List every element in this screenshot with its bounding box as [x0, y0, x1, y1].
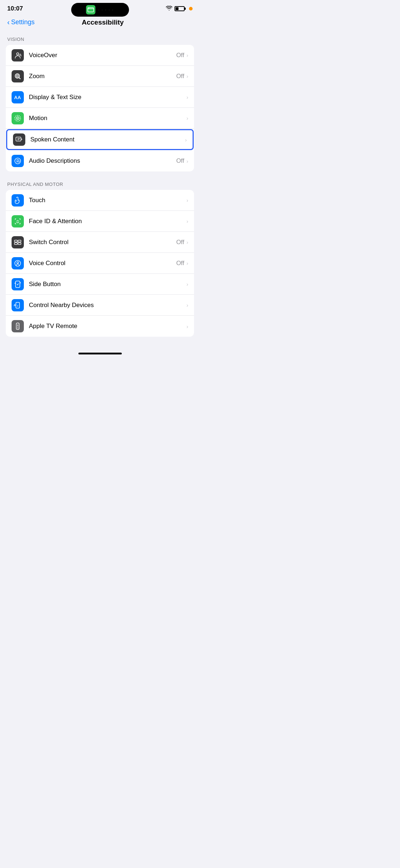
- control-nearby-icon: [12, 299, 24, 311]
- status-bar: 10:07 · · · · ·: [0, 0, 200, 15]
- vision-section: VISION VoiceOver Off ›: [0, 37, 200, 171]
- face-id-row[interactable]: Face ID & Attention ›: [6, 211, 194, 232]
- side-button-icon: [12, 278, 24, 290]
- svg-rect-15: [14, 240, 17, 242]
- page-title: Accessibility: [35, 18, 171, 26]
- display-icon: AA: [12, 91, 24, 103]
- battery-icon: [175, 6, 185, 11]
- audio-descriptions-label: Audio Descriptions: [29, 157, 176, 165]
- zoom-chevron: ›: [186, 73, 188, 79]
- svg-point-9: [17, 118, 18, 119]
- zoom-label: Zoom: [29, 73, 176, 80]
- switch-control-row[interactable]: Switch Control Off ›: [6, 232, 194, 253]
- di-dots: · · · · ·: [98, 8, 114, 12]
- voiceover-icon: [12, 49, 24, 61]
- switch-control-icon: [12, 236, 24, 248]
- svg-point-23: [17, 305, 18, 306]
- audio-descriptions-row[interactable]: AD Audio Descriptions Off ›: [6, 150, 194, 171]
- physical-motor-settings-group: Touch › Face ID & Attention ›: [6, 190, 194, 337]
- status-time: 10:07: [7, 5, 23, 12]
- touch-chevron: ›: [186, 197, 188, 203]
- apple-tv-remote-label: Apple TV Remote: [29, 323, 186, 330]
- wifi-icon: [166, 6, 172, 12]
- svg-text:AA: AA: [14, 95, 21, 100]
- svg-rect-18: [18, 243, 21, 244]
- motion-row[interactable]: Motion ›: [6, 108, 194, 129]
- touch-icon: [12, 194, 24, 207]
- control-nearby-row[interactable]: Control Nearby Devices ›: [6, 295, 194, 316]
- apple-tv-remote-chevron: ›: [186, 323, 188, 329]
- voice-control-row[interactable]: Voice Control Off ›: [6, 253, 194, 274]
- face-id-label: Face ID & Attention: [29, 218, 186, 225]
- touch-label: Touch: [29, 197, 186, 204]
- side-button-row[interactable]: Side Button ›: [6, 274, 194, 295]
- display-text-size-label: Display & Text Size: [29, 94, 186, 101]
- svg-point-13: [17, 221, 17, 221]
- status-icons: [166, 6, 193, 12]
- display-text-size-row[interactable]: AA Display & Text Size ›: [6, 87, 194, 108]
- voice-control-label: Voice Control: [29, 260, 176, 267]
- apple-tv-remote-row[interactable]: Apple TV Remote ›: [6, 316, 194, 337]
- voiceover-chevron: ›: [186, 52, 188, 58]
- control-nearby-chevron: ›: [186, 302, 188, 308]
- spoken-content-label: Spoken Content: [30, 136, 185, 143]
- svg-text:AD: AD: [16, 160, 20, 163]
- svg-point-1: [89, 8, 89, 9]
- back-chevron-icon: ‹: [7, 18, 10, 26]
- side-button-chevron: ›: [186, 281, 188, 287]
- voice-control-icon: [12, 257, 24, 269]
- svg-rect-16: [18, 240, 21, 242]
- switch-control-chevron: ›: [186, 239, 188, 245]
- zoom-icon: [12, 70, 24, 82]
- svg-rect-27: [17, 327, 18, 328]
- vision-settings-group: VoiceOver Off › Zoom Off › AA: [6, 45, 194, 171]
- back-button[interactable]: ‹ Settings: [7, 18, 35, 26]
- zoom-row[interactable]: Zoom Off ›: [6, 66, 194, 87]
- apple-tv-remote-icon: [12, 320, 24, 332]
- motion-label: Motion: [29, 115, 186, 122]
- face-id-icon: [12, 215, 24, 227]
- svg-point-14: [18, 221, 19, 221]
- physical-motor-header: PHYSICAL AND MOTOR: [0, 182, 200, 190]
- svg-rect-28: [17, 328, 18, 329]
- voiceover-value: Off: [176, 52, 184, 59]
- zoom-value: Off: [176, 73, 184, 80]
- svg-point-25: [17, 325, 18, 326]
- home-indicator: [0, 344, 200, 359]
- audio-descriptions-chevron: ›: [186, 158, 188, 164]
- svg-point-20: [17, 261, 19, 263]
- svg-rect-21: [16, 281, 20, 288]
- audio-descriptions-icon: AD: [12, 155, 24, 167]
- motion-icon: [12, 112, 24, 124]
- audio-descriptions-value: Off: [176, 157, 184, 165]
- back-label[interactable]: Settings: [11, 18, 35, 26]
- svg-rect-10: [16, 137, 21, 141]
- motion-chevron: ›: [186, 115, 188, 121]
- voice-control-chevron: ›: [186, 260, 188, 266]
- svg-rect-17: [14, 243, 17, 244]
- display-chevron: ›: [186, 94, 188, 100]
- home-indicator-bar: [78, 353, 122, 354]
- face-id-chevron: ›: [186, 218, 188, 224]
- svg-point-5: [17, 76, 18, 76]
- touch-row[interactable]: Touch ›: [6, 190, 194, 211]
- spoken-content-chevron: ›: [185, 137, 187, 143]
- side-button-label: Side Button: [29, 281, 186, 288]
- switch-control-label: Switch Control: [29, 239, 176, 246]
- dynamic-island: · · · · ·: [71, 3, 129, 17]
- voiceover-row[interactable]: VoiceOver Off ›: [6, 45, 194, 66]
- spoken-content-row[interactable]: Spoken Content ›: [6, 129, 194, 150]
- physical-motor-section: PHYSICAL AND MOTOR Touch ›: [0, 182, 200, 337]
- voice-control-value: Off: [176, 260, 184, 267]
- orange-dot: [189, 7, 193, 10]
- control-nearby-label: Control Nearby Devices: [29, 302, 186, 309]
- di-app-icon: [86, 5, 95, 14]
- switch-control-value: Off: [176, 239, 184, 246]
- vision-section-header: VISION: [0, 37, 200, 45]
- voiceover-label: VoiceOver: [29, 52, 176, 59]
- nav-bar: ‹ Settings Accessibility: [0, 15, 200, 32]
- svg-point-2: [17, 53, 19, 55]
- svg-rect-26: [17, 327, 18, 327]
- spoken-content-icon: [13, 133, 25, 146]
- svg-rect-22: [16, 302, 20, 308]
